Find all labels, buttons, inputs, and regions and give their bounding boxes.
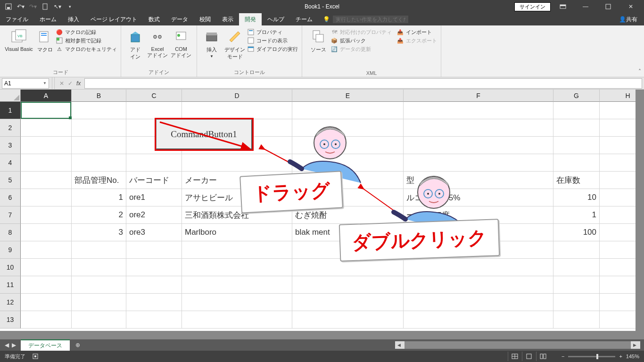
cell[interactable]	[126, 311, 182, 329]
macro-security-button[interactable]: ⚠マクロのセキュリティ	[56, 45, 117, 53]
row-header-5[interactable]: 5	[0, 172, 21, 189]
row-header-1[interactable]: 1	[0, 102, 21, 119]
close-icon[interactable]: ✕	[620, 0, 641, 13]
cell[interactable]	[21, 241, 72, 259]
row-header-2[interactable]: 2	[0, 119, 21, 137]
view-code-button[interactable]: コードの表示	[247, 37, 298, 44]
zoom-in-icon[interactable]: +	[619, 354, 622, 359]
cell[interactable]: 10	[553, 189, 600, 206]
col-header-H[interactable]: H	[600, 90, 636, 102]
cell[interactable]	[553, 241, 600, 259]
expansion-pack-button[interactable]: 📦拡張パック	[330, 37, 392, 44]
cell[interactable]	[600, 154, 636, 172]
cell[interactable]	[600, 276, 636, 294]
cell[interactable]	[553, 311, 600, 329]
cell[interactable]	[553, 294, 600, 311]
cell[interactable]	[404, 294, 553, 311]
tab-表示[interactable]: 表示	[216, 13, 239, 25]
row-header-12[interactable]: 12	[0, 294, 21, 311]
normal-view-icon[interactable]	[508, 352, 522, 361]
tab-チーム[interactable]: チーム	[290, 13, 318, 25]
cell[interactable]	[292, 259, 404, 276]
zoom-slider[interactable]	[568, 356, 615, 357]
cell[interactable]	[404, 276, 553, 294]
cell[interactable]	[600, 119, 636, 137]
row-header-6[interactable]: 6	[0, 189, 21, 206]
col-header-G[interactable]: G	[553, 90, 600, 102]
cell[interactable]	[21, 102, 72, 119]
cell[interactable]	[553, 137, 600, 154]
tell-me[interactable]: 💡	[323, 13, 408, 25]
cell[interactable]: 1	[72, 189, 126, 206]
cell[interactable]	[553, 119, 600, 137]
row-header-11[interactable]: 11	[0, 276, 21, 294]
cell[interactable]	[600, 311, 636, 329]
cell[interactable]	[553, 276, 600, 294]
cell[interactable]: Marlboro	[182, 224, 292, 241]
cell[interactable]	[553, 102, 600, 119]
macros-button[interactable]: マクロ	[34, 27, 56, 53]
zoom-out-icon[interactable]: −	[561, 354, 564, 359]
record-macro-button[interactable]: 🔴マクロの記録	[56, 28, 117, 36]
excel-addins-button[interactable]: ⚙⚙Excel アドイン	[146, 27, 169, 59]
cell[interactable]	[21, 311, 72, 329]
cell[interactable]: ore3	[126, 224, 182, 241]
cell[interactable]	[21, 137, 72, 154]
cell[interactable]	[21, 189, 72, 206]
col-header-A[interactable]: A	[21, 90, 72, 102]
cell[interactable]: ore1	[126, 189, 182, 206]
cell[interactable]	[126, 154, 182, 172]
zoom-control[interactable]: − + 145%	[561, 354, 639, 359]
insert-control-button[interactable]: 挿入▼	[201, 27, 223, 58]
chevron-down-icon[interactable]: ▼	[43, 81, 47, 85]
cell[interactable]	[21, 224, 72, 241]
tab-ホーム[interactable]: ホーム	[34, 13, 62, 25]
cancel-formula-icon[interactable]: ✕	[59, 80, 64, 87]
tab-データ[interactable]: データ	[165, 13, 194, 25]
cell[interactable]	[126, 276, 182, 294]
tab-挿入[interactable]: 挿入	[62, 13, 85, 25]
cell[interactable]	[126, 294, 182, 311]
cell[interactable]	[404, 102, 553, 119]
cell[interactable]	[553, 154, 600, 172]
tab-ファイル[interactable]: ファイル	[0, 13, 34, 25]
zoom-value[interactable]: 145%	[626, 354, 639, 359]
cell[interactable]	[21, 206, 72, 224]
cell[interactable]	[126, 241, 182, 259]
run-dialog-button[interactable]: ダイアログの実行	[247, 45, 298, 53]
cell[interactable]	[600, 189, 636, 206]
col-header-E[interactable]: E	[292, 90, 404, 102]
select-all-corner[interactable]	[0, 90, 21, 102]
import-button[interactable]: 📥インポート	[396, 28, 437, 36]
cell[interactable]	[72, 294, 126, 311]
design-mode-button[interactable]: デザイン モード	[223, 27, 247, 60]
tab-開発[interactable]: 開発	[239, 13, 262, 25]
cell[interactable]	[72, 276, 126, 294]
row-header-3[interactable]: 3	[0, 137, 21, 154]
save-icon[interactable]	[3, 1, 14, 12]
tab-nav-prev-icon[interactable]: ◀	[5, 342, 9, 348]
pointer-icon[interactable]: ↖▾	[52, 1, 63, 12]
enter-formula-icon[interactable]: ✓	[68, 80, 73, 87]
share-button[interactable]: 👤 共有	[612, 13, 644, 25]
cell[interactable]: 1	[553, 206, 600, 224]
cell[interactable]	[600, 206, 636, 224]
cell[interactable]	[404, 119, 553, 137]
cell[interactable]	[21, 172, 72, 189]
col-header-F[interactable]: F	[404, 90, 553, 102]
cell[interactable]	[404, 311, 553, 329]
cell[interactable]	[600, 102, 636, 119]
cell[interactable]	[182, 259, 292, 276]
cell[interactable]	[600, 172, 636, 189]
row-header-4[interactable]: 4	[0, 154, 21, 172]
cell[interactable]: バーコード	[126, 172, 182, 189]
tab-校閲[interactable]: 校閲	[194, 13, 216, 25]
cell[interactable]	[72, 259, 126, 276]
cell[interactable]	[292, 311, 404, 329]
cell[interactable]: 100	[553, 224, 600, 241]
page-break-view-icon[interactable]	[536, 352, 550, 361]
fx-icon[interactable]: fx	[76, 80, 81, 87]
row-header-7[interactable]: 7	[0, 206, 21, 224]
name-box[interactable]: A1▼	[2, 78, 49, 89]
sheet-tab-active[interactable]: データベース	[21, 339, 70, 351]
